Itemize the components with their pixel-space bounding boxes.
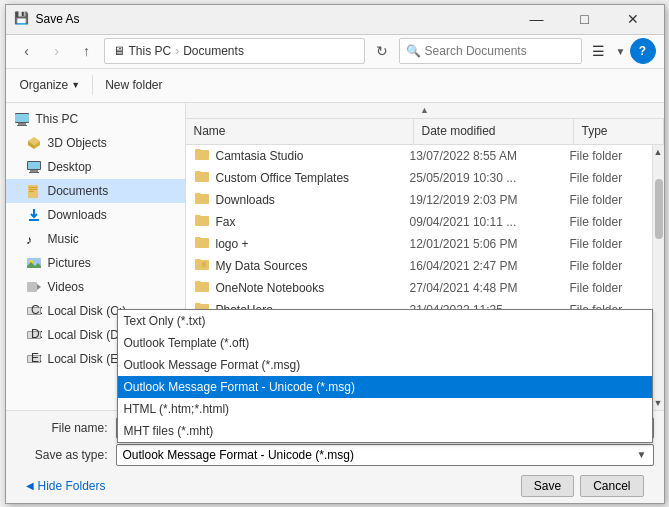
folder-icon [194,168,210,187]
scroll-up-button[interactable]: ▲ [186,103,664,119]
col-header-date[interactable]: Date modified [414,119,574,144]
scroll-arrow-down[interactable]: ▼ [652,396,664,410]
dropdown-arrow-icon: ▼ [637,449,647,460]
local-d-label: Local Disk (D:) [48,328,127,342]
file-name-text: OneNote Notebooks [216,281,325,295]
sidebar-item-videos[interactable]: Videos [6,275,185,299]
chevron-left-icon: ◀ [26,480,34,491]
table-row[interactable]: Downloads 19/12/2019 2:03 PM File folder [186,189,652,211]
file-name-cell: Camtasia Studio [186,146,402,165]
file-type-cell: File folder [562,237,652,251]
documents-icon [26,183,42,199]
breadcrumb[interactable]: 🖥 This PC › Documents [104,38,365,64]
toolbar: Organize ▼ New folder [6,69,664,103]
view-options-button[interactable]: ☰ [586,38,612,64]
col-header-type[interactable]: Type [574,119,664,144]
scroll-thumb[interactable] [655,179,663,239]
vertical-scrollbar[interactable]: ▲ ▼ [652,145,664,410]
file-name-cell: Custom Office Templates [186,168,402,187]
svg-rect-1 [15,114,29,122]
file-name-text: Downloads [216,193,275,207]
refresh-button[interactable]: ↻ [369,38,395,64]
cancel-button[interactable]: Cancel [580,475,643,497]
svg-rect-11 [29,191,34,192]
forward-button[interactable]: › [44,38,70,64]
file-name-cell: Fax [186,212,402,231]
desktop-icon [26,159,42,175]
file-name-text: My Data Sources [216,259,308,273]
table-row[interactable]: Fax 09/04/2021 10:11 ... File folder [186,211,652,233]
organize-button[interactable]: Organize ▼ [14,73,87,97]
downloads-icon [26,207,42,223]
hide-folders-label: Hide Folders [38,479,106,493]
local-d-icon: D: [26,327,42,343]
filetype-row: Save as type: Outlook Message Format - U… [16,444,654,466]
folder-icon [194,278,210,297]
sidebar-item-desktop[interactable]: Desktop [6,155,185,179]
maximize-button[interactable]: □ [562,4,608,34]
sidebar-item-this-pc[interactable]: This PC [6,107,185,131]
new-folder-label: New folder [105,78,162,92]
window-icon: 💾 [14,11,30,27]
hide-folders-button[interactable]: ◀ Hide Folders [26,479,106,493]
svg-text:C:: C: [31,303,42,317]
file-list-header: Name Date modified Type [186,119,664,145]
svg-text:E:: E: [31,351,42,365]
svg-rect-6 [30,170,38,172]
window-controls: — □ ✕ [514,4,656,34]
help-button[interactable]: ? [630,38,656,64]
svg-rect-12 [29,219,39,221]
file-date-cell: 12/01/2021 5:06 PM [402,237,562,251]
close-button[interactable]: ✕ [610,4,656,34]
filetype-dropdown[interactable]: Outlook Message Format - Unicode (*.msg)… [116,444,654,466]
file-type-cell: File folder [562,193,652,207]
dropdown-option-oft[interactable]: Outlook Template (*.oft) [118,332,652,354]
sidebar-item-music[interactable]: ♪ Music [6,227,185,251]
minimize-button[interactable]: — [514,4,560,34]
save-button[interactable]: Save [521,475,574,497]
sidebar-item-downloads[interactable]: Downloads [6,203,185,227]
table-row[interactable]: logo + 12/01/2021 5:06 PM File folder [186,233,652,255]
dropdown-value: Outlook Message Format - Unicode (*.msg) [123,448,637,462]
sidebar-item-pictures[interactable]: Pictures [6,251,185,275]
file-name-text: Custom Office Templates [216,171,350,185]
sidebar-item-3d-objects[interactable]: 3D Objects [6,131,185,155]
col-header-name[interactable]: Name [186,119,414,144]
search-input[interactable] [425,44,575,58]
file-date-cell: 19/12/2019 2:03 PM [402,193,562,207]
svg-rect-3 [17,125,27,126]
file-date-cell: 13/07/2022 8:55 AM [402,149,562,163]
table-row[interactable]: Camtasia Studio 13/07/2022 8:55 AM File … [186,145,652,167]
3d-objects-label: 3D Objects [48,136,107,150]
music-label: Music [48,232,79,246]
file-name-text: Fax [216,215,236,229]
pictures-icon [26,255,42,271]
svg-rect-7 [29,172,39,173]
svg-marker-17 [37,284,41,290]
table-row[interactable]: My Data Sources 16/04/2021 2:47 PM File … [186,255,652,277]
folder-icon [194,234,210,253]
up-button[interactable]: ↑ [74,38,100,64]
new-folder-button[interactable]: New folder [99,73,168,97]
scroll-track [653,159,664,396]
table-row[interactable]: Custom Office Templates 25/05/2019 10:30… [186,167,652,189]
sidebar-item-documents[interactable]: Documents [6,179,185,203]
dropdown-option-text[interactable]: Text Only (*.txt) [118,310,652,332]
folder-icon [194,146,210,165]
desktop-label: Desktop [48,160,92,174]
back-button[interactable]: ‹ [14,38,40,64]
this-pc-label: This PC [36,112,79,126]
table-row[interactable]: OneNote Notebooks 27/04/2021 4:48 PM Fil… [186,277,652,299]
dropdown-option-msg-unicode[interactable]: Outlook Message Format - Unicode (*.msg) [118,376,652,398]
dropdown-option-msg[interactable]: Outlook Message Format (*.msg) [118,354,652,376]
scroll-arrow-up[interactable]: ▲ [652,145,664,159]
videos-icon [26,279,42,295]
file-type-cell: File folder [562,149,652,163]
local-e-label: Local Disk (E:) [48,352,126,366]
file-type-cell: File folder [562,281,652,295]
file-name-cell: OneNote Notebooks [186,278,402,297]
title-bar: 💾 Save As — □ ✕ [6,5,664,35]
dropdown-option-html[interactable]: HTML (*.htm;*.html) [118,398,652,420]
window-title: Save As [36,12,514,26]
dropdown-option-mht[interactable]: MHT files (*.mht) [118,420,652,442]
